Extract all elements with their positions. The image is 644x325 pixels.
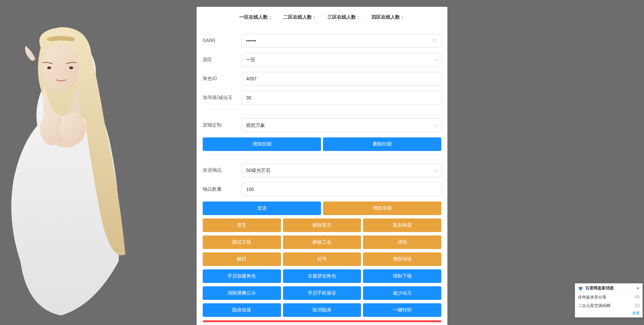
online-stats-header: 一区在线人数： 二区在线人数： 三区在线人数： 四区在线人数： bbox=[197, 7, 447, 28]
notification-item[interactable]: 二次元星空源码网(2) bbox=[575, 302, 642, 310]
disband-guild-button[interactable]: 解散工会 bbox=[283, 235, 361, 249]
background-character-art bbox=[0, 17, 129, 322]
clear-bag-button[interactable]: 清包 bbox=[363, 235, 441, 249]
enable-phone-button[interactable]: 开启手机验证 bbox=[283, 286, 361, 300]
add-skill-button[interactable]: 增加技能 bbox=[203, 137, 321, 151]
skip-main-button[interactable]: 跳过主线 bbox=[203, 235, 281, 249]
gm-code-input[interactable] bbox=[242, 34, 441, 47]
svg-point-2 bbox=[60, 113, 86, 145]
force-offline-button[interactable]: 强制下线 bbox=[363, 269, 441, 283]
add-level2-button[interactable]: 增加等级 bbox=[363, 252, 441, 266]
seal-button[interactable]: 封号 bbox=[283, 252, 361, 266]
notification-item[interactable]: 传奇版本库分享(4) bbox=[575, 293, 642, 302]
plan-artifact-button[interactable]: 策划神器 bbox=[363, 218, 441, 232]
svg-point-4 bbox=[69, 66, 73, 69]
level-input[interactable] bbox=[242, 91, 441, 104]
role-id-input[interactable] bbox=[242, 72, 441, 85]
mute-button[interactable]: 禁言 bbox=[203, 218, 281, 232]
pet-label: 宠物定制 bbox=[203, 122, 242, 128]
baidu-pan-icon bbox=[578, 286, 583, 291]
zone4-stat: 四区在线人数： bbox=[371, 14, 405, 20]
zone1-stat: 一区在线人数： bbox=[239, 14, 273, 20]
role-id-label: 角色ID bbox=[203, 76, 242, 82]
notification-title: 百度网盘新消息 bbox=[585, 285, 636, 291]
svg-point-5 bbox=[434, 40, 435, 41]
close-icon[interactable]: ✕ bbox=[636, 286, 640, 291]
gm-code-label: GM码 bbox=[203, 38, 242, 44]
admin-panel: 一区在线人数： 二区在线人数： 三区在线人数： 四区在线人数： GM码 选区 一… bbox=[197, 7, 447, 325]
cancel-stealth-button[interactable]: 取消隐身 bbox=[283, 303, 361, 317]
unseal-button[interactable]: 解封 bbox=[203, 252, 281, 266]
partial-red-button[interactable] bbox=[203, 320, 441, 322]
eye-icon[interactable] bbox=[432, 38, 437, 44]
qty-label: 物品数量 bbox=[203, 186, 242, 192]
svg-point-3 bbox=[47, 66, 51, 69]
stealth-speed-button[interactable]: 隐身加速 bbox=[203, 303, 281, 317]
enable-create-button[interactable]: 开启创建角色 bbox=[203, 269, 281, 283]
notification-more-link[interactable]: 查看 bbox=[632, 311, 640, 315]
unmute-button[interactable]: 解除禁言 bbox=[283, 218, 361, 232]
pet-select[interactable]: 观照万象 bbox=[242, 118, 441, 132]
svg-point-0 bbox=[42, 45, 80, 91]
level-label: 加等级/减仙玉 bbox=[203, 95, 242, 101]
svg-point-8 bbox=[580, 288, 582, 290]
reduce-jade-button[interactable]: 减少仙玉 bbox=[363, 286, 441, 300]
add-level-button[interactable]: 增加等级 bbox=[323, 202, 441, 215]
item-select[interactable]: 50级光芒石 bbox=[242, 164, 441, 177]
zone-select[interactable]: 一区 bbox=[242, 53, 441, 66]
zone3-stat: 三区在线人数： bbox=[327, 14, 361, 20]
zone2-stat: 二区在线人数： bbox=[283, 14, 317, 20]
ban-create-button[interactable]: 全服禁创角色 bbox=[283, 269, 361, 283]
one-key-transfer-button[interactable]: 一键转职 bbox=[363, 303, 441, 317]
item-label: 发送物品 bbox=[203, 167, 242, 173]
clear-stall-button[interactable]: 清除摆摊公示 bbox=[203, 286, 281, 300]
send-button[interactable]: 发送 bbox=[203, 202, 321, 215]
svg-point-1 bbox=[40, 113, 65, 145]
qty-input[interactable] bbox=[242, 183, 441, 196]
delete-skill-button[interactable]: 删除技能 bbox=[323, 137, 441, 151]
zone-label: 选区 bbox=[203, 57, 242, 63]
baidu-notification-popup: 百度网盘新消息 ✕ 传奇版本库分享(4) 二次元星空源码网(2) 查看 bbox=[575, 283, 643, 318]
